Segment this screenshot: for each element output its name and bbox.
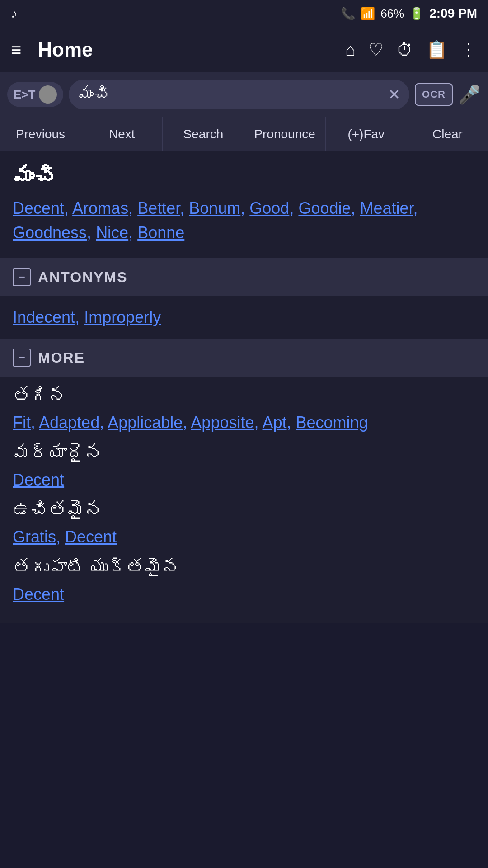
ocr-button[interactable]: OCR (415, 83, 453, 106)
nav-icons: ⌂ ♡ ⏱ 📋 ⋮ (345, 40, 477, 60)
more-entry: తగుపాటి యుక్తమైనDecent (13, 557, 475, 608)
word-link[interactable]: Adapted (39, 413, 99, 432)
word-link[interactable]: Bonum (189, 199, 240, 217)
music-note-icon: ♪ (11, 6, 17, 21)
antonyms-section-header[interactable]: − ANTONYMS (0, 258, 488, 296)
language-toggle[interactable]: E>T (7, 82, 63, 107)
previous-button[interactable]: Previous (0, 117, 81, 151)
telugu-sub-word: తగిన (13, 386, 475, 406)
more-entry: ఉచితమైనGratis, Decent (13, 500, 475, 550)
menu-icon[interactable]: ≡ (11, 40, 21, 60)
clear-button[interactable]: Clear (407, 117, 488, 151)
english-words: Decent (13, 467, 475, 493)
telugu-sub-word: ఉచితమైన (13, 500, 475, 520)
favorites-add-button[interactable]: (+)Fav (326, 117, 407, 151)
more-collapse-icon: − (13, 349, 31, 367)
action-buttons-row: Previous Next Search Pronounce (+)Fav Cl… (0, 117, 488, 151)
pronounce-button[interactable]: Pronounce (244, 117, 326, 151)
antonyms-content: Indecent, Improperly (0, 296, 488, 339)
word-link[interactable]: Applicable (108, 413, 183, 432)
telugu-sub-word: మర్యాదైన (13, 443, 475, 463)
signal-icon: 📶 (361, 7, 375, 21)
more-section-header[interactable]: − MORE (0, 339, 488, 377)
more-content: తగినFit, Adapted, Applicable, Apposite, … (0, 377, 488, 623)
search-bar-container: E>T ✕ OCR 🎤 (0, 72, 488, 117)
word-link[interactable]: Improperly (84, 308, 161, 326)
page-title: Home (38, 38, 336, 61)
more-entry: తగినFit, Adapted, Applicable, Apposite, … (13, 386, 475, 436)
more-entry: మర్యాదైనDecent (13, 443, 475, 493)
word-link[interactable]: Bonne (137, 223, 184, 242)
main-telugu-word: మంచి (13, 164, 475, 189)
word-link[interactable]: Apposite (191, 413, 254, 432)
word-link[interactable]: Goodie (298, 199, 351, 217)
word-link[interactable]: Gratis (13, 528, 56, 546)
status-bar-right: 📞 📶 66% 🔋 2:09 PM (341, 6, 477, 21)
word-link[interactable]: Nice (96, 223, 128, 242)
history-icon[interactable]: ⏱ (396, 40, 413, 60)
english-words: Decent (13, 581, 475, 608)
next-button[interactable]: Next (81, 117, 163, 151)
word-link[interactable]: Aromas (72, 199, 128, 217)
word-link[interactable]: Becoming (296, 413, 368, 432)
antonyms-list: Indecent, Improperly (13, 305, 475, 330)
word-link[interactable]: Apt (262, 413, 286, 432)
more-options-icon[interactable]: ⋮ (460, 40, 477, 60)
synonyms-list: Decent, Aromas, Better, Bonum, Good, Goo… (13, 196, 475, 245)
word-link[interactable]: Meatier (360, 199, 413, 217)
antonyms-collapse-icon: − (13, 268, 31, 286)
nav-bar: ≡ Home ⌂ ♡ ⏱ 📋 ⋮ (0, 27, 488, 72)
battery-icon: 🔋 (409, 7, 424, 21)
bottom-padding (0, 623, 488, 678)
word-link[interactable]: Decent (65, 528, 117, 546)
microphone-icon[interactable]: 🎤 (458, 84, 481, 105)
word-link[interactable]: Decent (13, 585, 64, 604)
word-link[interactable]: Better (137, 199, 180, 217)
phone-icon: 📞 (341, 7, 355, 21)
ocr-label: OCR (422, 89, 446, 100)
language-label: E>T (14, 88, 35, 102)
word-link[interactable]: Fit (13, 413, 31, 432)
clear-search-icon[interactable]: ✕ (388, 86, 400, 103)
toggle-ball (39, 85, 57, 104)
search-input[interactable] (78, 85, 384, 104)
clipboard-icon[interactable]: 📋 (426, 40, 447, 60)
word-link[interactable]: Indecent (13, 308, 75, 326)
battery-percent: 66% (380, 7, 404, 21)
main-content: మంచి Decent, Aromas, Better, Bonum, Good… (0, 151, 488, 678)
status-bar: ♪ 📞 📶 66% 🔋 2:09 PM (0, 0, 488, 27)
search-button[interactable]: Search (163, 117, 244, 151)
word-link[interactable]: Decent (13, 199, 64, 217)
word-link[interactable]: Good (249, 199, 289, 217)
word-link[interactable]: Goodness (13, 223, 87, 242)
home-icon[interactable]: ⌂ (345, 40, 356, 60)
telugu-sub-word: తగుపాటి యుక్తమైన (13, 557, 475, 578)
main-word-card: మంచి Decent, Aromas, Better, Bonum, Good… (0, 151, 488, 258)
favorites-icon[interactable]: ♡ (368, 40, 384, 60)
more-section-title: MORE (38, 349, 85, 366)
search-input-wrapper: ✕ (69, 80, 409, 109)
antonyms-section-title: ANTONYMS (38, 269, 128, 286)
time-display: 2:09 PM (429, 6, 477, 21)
english-words: Gratis, Decent (13, 524, 475, 550)
word-link[interactable]: Decent (13, 471, 64, 489)
english-words: Fit, Adapted, Applicable, Apposite, Apt,… (13, 410, 475, 436)
